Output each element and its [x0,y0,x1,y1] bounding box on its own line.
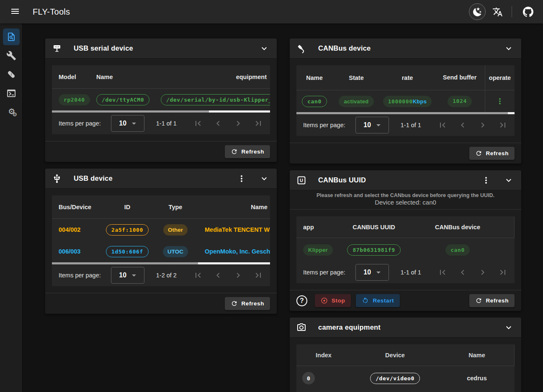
usb-device-card: USB device Bus/Device ID Type Name [45,169,277,314]
next-page-button[interactable] [228,268,248,283]
chevron-down-icon [259,174,269,184]
next-page-icon [478,267,488,277]
refresh-icon [231,300,238,307]
collapse-button[interactable] [501,173,516,188]
refresh-button[interactable]: Refresh [225,297,270,310]
items-per-page-select[interactable]: 10 [111,115,144,132]
page-range: 1-2 of 2 [156,272,177,279]
camera-equipment-card: camera equipment Index Device Name 0 /de… [290,318,521,392]
kebab-menu-icon [237,174,247,184]
next-page-icon [478,120,488,130]
first-page-button[interactable] [432,118,453,133]
cable-icon [296,44,306,54]
camera-table: Index Device Name 0 /dev/video0 cedrus I… [296,344,515,392]
pagination: Items per page: 10 1-1 of 1 [52,113,270,134]
svg-text:U: U [300,178,303,183]
collapse-button[interactable] [257,171,272,186]
column-header: Name [296,74,332,81]
collapse-button[interactable] [257,41,272,56]
prev-page-button[interactable] [453,265,473,280]
last-page-icon [498,267,508,277]
dark-mode-toggle[interactable] [469,3,486,20]
dark-mode-icon [472,7,483,17]
horizontal-scrollbar[interactable] [52,262,270,264]
next-page-button[interactable] [473,265,493,280]
type-badge: Other [163,224,188,236]
hamburger-menu-button[interactable] [8,5,22,18]
sidebar-item-device-query[interactable] [3,28,20,45]
canbus-uuid-table: app CANBUS UUID CANBus device Klipper 87… [296,216,515,283]
first-page-button[interactable] [188,116,208,131]
sidebar-item-tools[interactable] [3,47,20,64]
first-page-icon [193,270,203,280]
column-header: Name [439,352,515,359]
refresh-button[interactable]: Refresh [469,294,515,307]
items-per-page-select[interactable]: 10 [355,264,389,281]
usb-serial-table: Model Name equipment rp2040 /dev/ttyACM0… [52,65,270,134]
last-page-icon [253,118,263,128]
next-page-icon [233,118,243,128]
last-page-button[interactable] [248,116,268,131]
prev-page-button[interactable] [208,116,228,131]
sidebar-item-settings[interactable]: ⚙⚙ [3,104,20,120]
send-buffer-chip: 1024 [448,96,472,107]
camera-name: cedrus [439,375,515,382]
row-operate-menu[interactable] [495,97,504,106]
type-badge: UTOC [163,246,188,257]
card-title: CANBus UUID [318,176,366,184]
refresh-button[interactable]: Refresh [225,145,270,158]
first-page-button[interactable] [188,268,208,283]
refresh-button[interactable]: Refresh [469,147,515,160]
horizontal-scrollbar[interactable] [296,112,515,114]
column-header: CANBus device [409,224,506,231]
bus-device: 006/003 [52,248,102,255]
uuid-icon: U [296,175,306,185]
last-page-button[interactable] [248,268,268,283]
sidebar-item-flash[interactable] [3,66,20,83]
video-device-chip: /dev/video0 [370,373,420,384]
restart-button[interactable]: Restart [356,294,400,307]
column-header: Device [351,352,439,359]
dropdown-caret-icon [132,123,136,125]
kebab-menu-button[interactable] [234,171,249,186]
translate-icon [492,7,503,17]
chevron-down-icon [504,175,514,185]
github-link[interactable] [520,3,536,20]
next-page-icon [233,270,243,280]
column-header: Type [152,204,198,210]
console-icon [6,88,16,98]
kebab-menu-button[interactable] [479,173,494,188]
refresh-icon [475,297,482,304]
restart-icon [362,297,369,304]
translate-button[interactable] [489,3,506,20]
items-per-page-select[interactable]: 10 [111,267,144,284]
sidebar-item-terminal[interactable] [3,85,20,102]
prev-page-button[interactable] [208,268,228,283]
first-page-button[interactable] [432,265,453,280]
card-title: CANBus device [318,44,371,52]
bus-device: 004/002 [52,226,102,233]
items-per-page-select[interactable]: 10 [355,117,389,133]
column-header: ID [102,204,152,210]
usb-icon [52,174,62,184]
dropdown-caret-icon [376,272,381,274]
last-page-button[interactable] [493,118,513,133]
canbus-device-card: CANBus device Name State rate Send buffe… [290,38,521,164]
collapse-button[interactable] [501,41,516,56]
stop-button[interactable]: Stop [315,294,351,307]
prev-page-icon [458,120,468,130]
horizontal-scrollbar[interactable] [52,110,270,113]
main-content: USB serial device Model Name equipment r… [23,23,543,392]
help-button[interactable]: ? [296,295,307,306]
column-header: app [296,224,338,231]
last-page-button[interactable] [493,265,513,280]
serial-port-icon [52,44,62,54]
prev-page-button[interactable] [453,118,473,133]
state-chip: activated [339,96,373,107]
next-page-button[interactable] [228,116,248,131]
next-page-button[interactable] [473,118,493,133]
equipment-chip: /dev/serial/by-id/usb-Klipper_rp2040 [161,94,270,105]
collapse-button[interactable] [501,320,516,335]
rate-chip: 1000000Kbps [383,96,432,107]
items-per-page-label: Items per page: [303,122,345,128]
